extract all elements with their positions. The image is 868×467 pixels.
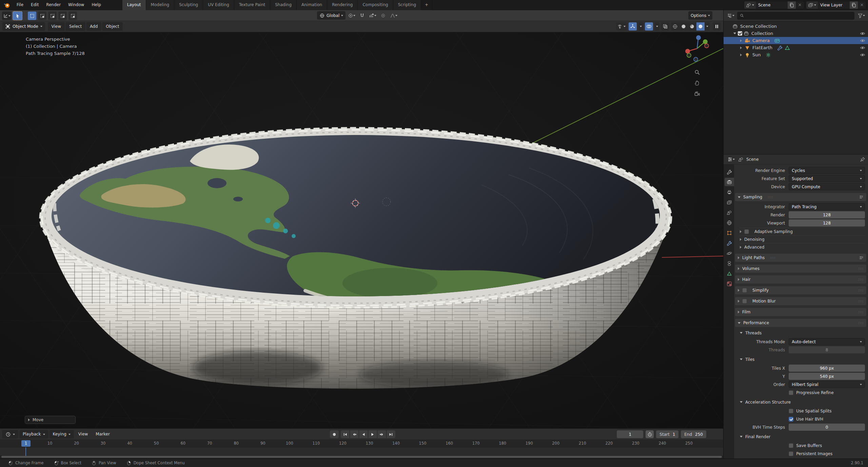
properties-tab-data[interactable] bbox=[725, 269, 734, 278]
show-gizmos-toggle[interactable] bbox=[629, 22, 637, 31]
properties-tab-object[interactable] bbox=[725, 229, 734, 237]
dropdown-order[interactable]: Hilbert Spiral bbox=[789, 381, 865, 388]
dropdown-integrator[interactable]: Path Tracing bbox=[789, 203, 865, 210]
add-workspace-button[interactable]: + bbox=[421, 0, 432, 10]
shading-rendered-button[interactable] bbox=[696, 22, 705, 31]
pan-hand-icon[interactable] bbox=[694, 80, 700, 86]
outliner-row-collection[interactable]: Collection bbox=[724, 30, 868, 37]
dropdown-render-engine[interactable]: Cycles bbox=[789, 167, 865, 174]
current-frame-marker[interactable]: 1 bbox=[21, 440, 31, 447]
new-scene-button[interactable] bbox=[788, 1, 796, 9]
menu-file[interactable]: File bbox=[13, 0, 27, 10]
tab-scripting[interactable]: Scripting bbox=[393, 0, 421, 10]
properties-tab-tool[interactable] bbox=[725, 168, 734, 176]
tab-sculpting[interactable]: Sculpting bbox=[174, 0, 203, 10]
checkbox-use-hair-bvh[interactable] bbox=[789, 417, 793, 422]
snap-toggle[interactable] bbox=[357, 11, 367, 20]
timeline-scrollbar[interactable] bbox=[0, 455, 723, 459]
value-slider-render[interactable]: 128 bbox=[789, 211, 865, 218]
expander-icon[interactable] bbox=[738, 54, 743, 56]
panel-section-volumes[interactable]: Volumes:::: bbox=[735, 265, 866, 273]
panel-section-hair[interactable]: Hair:::: bbox=[735, 275, 866, 284]
subpanel-threads[interactable]: Threads bbox=[740, 329, 865, 336]
viewport-menu-view[interactable]: View bbox=[48, 22, 65, 31]
current-frame-field[interactable]: 1 bbox=[617, 430, 643, 438]
record-button[interactable] bbox=[330, 430, 339, 438]
properties-tab-constraints[interactable] bbox=[725, 259, 734, 268]
pin-icon[interactable] bbox=[860, 157, 865, 162]
play-reverse-button[interactable] bbox=[359, 430, 368, 438]
3d-viewport[interactable]: Camera Perspective (1) Collection | Came… bbox=[0, 32, 723, 428]
active-tool-select-box[interactable] bbox=[13, 11, 22, 20]
tab-layout[interactable]: Layout bbox=[122, 0, 146, 10]
frame-end-field[interactable]: End250 bbox=[681, 430, 706, 438]
viewport-menu-add[interactable]: Add bbox=[86, 22, 101, 31]
tab-shading[interactable]: Shading bbox=[270, 0, 297, 10]
show-object-types-dropdown[interactable] bbox=[616, 22, 627, 31]
shading-solid-button[interactable] bbox=[679, 22, 688, 31]
dropdown-threads-mode[interactable]: Auto-detect bbox=[789, 338, 865, 345]
jump-to-end-button[interactable] bbox=[387, 430, 395, 438]
scene-selector[interactable]: Scene ✕ bbox=[744, 1, 804, 9]
options-dropdown[interactable]: Options bbox=[688, 11, 712, 20]
operator-panel-move[interactable]: Move bbox=[25, 416, 76, 424]
menu-render[interactable]: Render bbox=[42, 0, 64, 10]
outliner-editor-type-button[interactable] bbox=[726, 12, 735, 20]
panel-section-sampling[interactable]: Sampling:::: bbox=[735, 193, 866, 201]
subpanel-advanced[interactable]: Advanced bbox=[740, 243, 865, 251]
subpanel-tiles[interactable]: Tiles bbox=[740, 356, 865, 363]
subpanel-adaptive-sampling[interactable]: Adaptive Sampling bbox=[740, 228, 865, 235]
outliner-row-scene-collection[interactable]: Scene Collection bbox=[724, 23, 868, 30]
checkbox-persistent-images[interactable] bbox=[789, 451, 793, 456]
editor-type-button[interactable] bbox=[2, 12, 11, 20]
timeline-menu-playback[interactable]: Playback bbox=[19, 430, 48, 439]
outliner-search-input[interactable] bbox=[737, 12, 854, 20]
tab-compositing[interactable]: Compositing bbox=[358, 0, 393, 10]
dropdown-feature-set[interactable]: Supported bbox=[789, 175, 865, 182]
collection-checkbox[interactable] bbox=[738, 31, 742, 36]
hide-in-viewport-eye-icon[interactable] bbox=[860, 38, 865, 43]
properties-tab-texture[interactable] bbox=[725, 279, 734, 288]
timeline-editor-type-button[interactable] bbox=[2, 430, 18, 439]
next-keyframe-button[interactable] bbox=[377, 430, 386, 438]
select-mode-set[interactable] bbox=[28, 12, 36, 20]
zoom-icon[interactable] bbox=[694, 69, 700, 75]
gizmos-dropdown[interactable] bbox=[638, 22, 643, 31]
tab-animation[interactable]: Animation bbox=[297, 0, 327, 10]
snap-settings-dropdown[interactable] bbox=[368, 11, 377, 20]
menu-help[interactable]: Help bbox=[88, 0, 104, 10]
scene-name[interactable]: Scene bbox=[756, 3, 788, 7]
properties-tab-physics[interactable] bbox=[725, 249, 734, 257]
outliner-row-camera[interactable]: Camera bbox=[724, 37, 868, 44]
transform-orientation-dropdown[interactable]: Global bbox=[317, 11, 346, 20]
dropdown-device[interactable]: GPU Compute bbox=[789, 183, 865, 190]
xray-toggle[interactable] bbox=[661, 22, 669, 31]
value-slider-tiles-x[interactable]: 960 px bbox=[789, 365, 865, 372]
shading-dropdown[interactable] bbox=[705, 22, 710, 31]
overlays-dropdown[interactable] bbox=[655, 22, 659, 31]
panel-section-simplify[interactable]: Simplify:::: bbox=[735, 286, 866, 294]
remove-view-layer-button[interactable]: ✕ bbox=[858, 1, 866, 9]
checkbox-save-buffers[interactable] bbox=[789, 443, 793, 448]
value-slider-y[interactable]: 540 px bbox=[789, 373, 865, 380]
subpanel-final-render[interactable]: Final Render bbox=[740, 433, 865, 440]
view-layer-name[interactable]: View Layer bbox=[818, 3, 850, 7]
value-slider-bvh-time-steps[interactable]: 0 bbox=[789, 424, 865, 431]
timeline-menu-marker[interactable]: Marker bbox=[92, 430, 113, 439]
frame-start-field[interactable]: Start1 bbox=[656, 430, 678, 438]
previous-keyframe-button[interactable] bbox=[350, 430, 359, 438]
mode-dropdown[interactable]: Object Mode bbox=[2, 22, 45, 31]
use-preview-range-toggle[interactable] bbox=[646, 430, 654, 438]
properties-tab-output[interactable] bbox=[725, 188, 734, 196]
proportional-falloff-dropdown[interactable] bbox=[389, 11, 398, 20]
tab-uv-editing[interactable]: UV Editing bbox=[203, 0, 234, 10]
expander-icon[interactable] bbox=[738, 39, 743, 42]
select-mode-subtract[interactable] bbox=[48, 12, 57, 20]
outliner-filter-button[interactable] bbox=[856, 12, 866, 20]
show-overlays-toggle[interactable] bbox=[645, 22, 653, 31]
properties-tab-render[interactable] bbox=[725, 178, 734, 186]
properties-tab-modifiers[interactable] bbox=[725, 239, 734, 247]
shading-material-button[interactable] bbox=[688, 22, 696, 31]
subpanel-checkbox[interactable] bbox=[744, 229, 749, 234]
checkbox-use-spatial-splits[interactable] bbox=[789, 409, 793, 413]
